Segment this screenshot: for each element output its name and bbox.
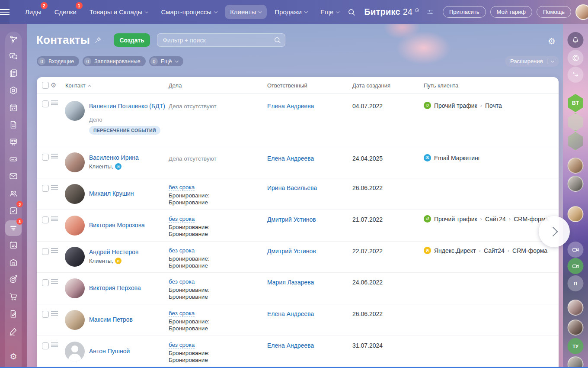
sidebar-item-documents[interactable] bbox=[5, 117, 22, 132]
chat-avatar[interactable] bbox=[568, 158, 584, 174]
counter-more[interactable]: 0Ещё bbox=[149, 56, 184, 66]
chat-avatar[interactable] bbox=[568, 206, 584, 222]
row-checkbox[interactable] bbox=[42, 248, 49, 255]
row-checkbox[interactable] bbox=[42, 342, 49, 349]
help-button[interactable]: Помощь bbox=[537, 6, 571, 18]
drag-handle-icon[interactable] bbox=[51, 100, 58, 105]
row-checkbox[interactable] bbox=[42, 279, 49, 286]
sidebar-item-warehouse[interactable] bbox=[5, 255, 22, 270]
extensions-button[interactable]: Расширения bbox=[505, 56, 559, 67]
nav-item-smart-processes[interactable]: Смарт-процессы bbox=[156, 5, 222, 19]
contact-name-link[interactable]: Виктория Перхова bbox=[89, 284, 141, 291]
main-menu-button[interactable] bbox=[0, 0, 10, 24]
video-call-button[interactable] bbox=[568, 242, 584, 258]
sidebar-item-tasks[interactable]: 3 bbox=[5, 203, 22, 219]
sidebar-item-crm[interactable]: 3 bbox=[5, 220, 22, 236]
contact-avatar[interactable] bbox=[65, 278, 85, 298]
nav-item-sales[interactable]: Продажи bbox=[269, 5, 313, 19]
counter-incoming[interactable]: 0Входящие bbox=[37, 56, 79, 66]
row-checkbox[interactable] bbox=[42, 185, 49, 192]
create-button[interactable]: Создать bbox=[114, 33, 150, 47]
sidebar-item-planner[interactable] bbox=[5, 237, 22, 253]
sidebar-item-calendar[interactable] bbox=[5, 100, 22, 116]
drag-handle-icon[interactable] bbox=[51, 342, 58, 347]
chat-avatar[interactable] bbox=[568, 176, 584, 192]
sidebar-item-boards[interactable] bbox=[5, 134, 22, 150]
sidebar-item-employees[interactable] bbox=[5, 186, 22, 201]
drag-handle-icon[interactable] bbox=[51, 216, 58, 221]
global-search-button[interactable] bbox=[344, 8, 359, 16]
bitrix24-logo[interactable]: Битрикс24 bbox=[364, 7, 419, 17]
chat-avatar[interactable] bbox=[568, 300, 584, 316]
deal-deadline-link[interactable]: без срока bbox=[169, 216, 195, 223]
sliders-icon[interactable] bbox=[426, 8, 434, 16]
drag-handle-icon[interactable] bbox=[51, 154, 58, 158]
sidebar-item-settings[interactable]: ⚙ bbox=[5, 349, 22, 364]
copilot-button[interactable] bbox=[568, 50, 584, 66]
select-all-checkbox[interactable] bbox=[42, 82, 49, 89]
sidebar-item-drive[interactable] bbox=[5, 152, 22, 167]
contact-name-link[interactable]: Антон Пушной bbox=[89, 348, 130, 355]
responsible-link[interactable]: Мария Лазарева bbox=[267, 279, 314, 286]
responsible-link[interactable]: Елена Андреева bbox=[267, 103, 314, 110]
deal-deadline-link[interactable]: без срока bbox=[169, 342, 195, 349]
sidebar-item-news[interactable] bbox=[5, 65, 22, 81]
sidebar-item-feed[interactable] bbox=[5, 31, 22, 47]
column-header-responsible[interactable]: Ответственный bbox=[267, 82, 307, 89]
sidebar-item-esignature[interactable] bbox=[5, 323, 22, 339]
contact-name-link[interactable]: Виктория Морозова bbox=[89, 222, 145, 229]
notifications-button[interactable] bbox=[568, 32, 584, 48]
contact-name-link[interactable]: Валентин Потапенко (БДТ) bbox=[89, 103, 165, 110]
drag-handle-icon[interactable] bbox=[51, 311, 58, 316]
chat-initial-p[interactable]: П bbox=[568, 275, 584, 291]
activity-badge[interactable]: ПЕРЕСЕЧЕНИЕ СОБЫТИЙ bbox=[89, 126, 160, 135]
chat-hexagon[interactable] bbox=[567, 132, 584, 150]
pin-icon[interactable] bbox=[94, 36, 102, 44]
column-settings-gear-icon[interactable]: ⚙ bbox=[51, 81, 56, 89]
table-scroll-right-button[interactable] bbox=[539, 216, 570, 247]
row-checkbox[interactable] bbox=[42, 154, 49, 161]
row-checkbox[interactable] bbox=[42, 100, 49, 107]
contact-avatar[interactable] bbox=[65, 310, 85, 330]
sidebar-item-sign[interactable] bbox=[5, 306, 22, 322]
responsible-link[interactable]: Елена Андреева bbox=[267, 310, 314, 317]
user-avatar[interactable] bbox=[575, 4, 588, 20]
contact-avatar[interactable] bbox=[65, 247, 85, 267]
open-lines-button[interactable] bbox=[568, 67, 584, 83]
chat-hexagon-bt[interactable]: BT bbox=[567, 94, 584, 112]
contact-name-link[interactable]: Андрей Нестеров bbox=[89, 249, 138, 255]
search-icon[interactable] bbox=[273, 36, 281, 44]
responsible-link[interactable]: Елена Андреева bbox=[267, 155, 314, 162]
deal-deadline-link[interactable]: без срока bbox=[169, 184, 195, 191]
chat-avatar[interactable] bbox=[568, 356, 584, 368]
contact-avatar[interactable] bbox=[65, 152, 85, 172]
chat-initial-tu[interactable]: ТУ bbox=[568, 338, 584, 354]
contact-avatar[interactable] bbox=[65, 101, 85, 121]
column-header-created[interactable]: Дата создания bbox=[352, 82, 390, 89]
contact-name-link[interactable]: Михаил Крушин bbox=[89, 190, 134, 197]
contact-name-link[interactable]: Василенко Ирина bbox=[89, 154, 139, 161]
counter-planned[interactable]: 0Запланированные bbox=[83, 56, 146, 66]
nav-item-deals[interactable]: Сделки1 bbox=[49, 5, 82, 19]
row-checkbox[interactable] bbox=[42, 311, 49, 318]
row-checkbox[interactable] bbox=[42, 216, 49, 223]
tariff-button[interactable]: Мой тариф bbox=[490, 6, 532, 18]
contact-avatar[interactable] bbox=[65, 216, 85, 236]
column-header-path[interactable]: Путь клиента bbox=[424, 82, 458, 89]
contact-avatar-placeholder[interactable] bbox=[65, 342, 85, 362]
responsible-link[interactable]: Дмитрий Устинов bbox=[267, 216, 316, 223]
filter-search-input[interactable] bbox=[157, 33, 285, 47]
sidebar-item-shop[interactable] bbox=[5, 289, 22, 304]
contact-avatar[interactable] bbox=[65, 184, 85, 204]
responsible-link[interactable]: Ирина Васильева bbox=[267, 184, 317, 191]
deal-deadline-link[interactable]: без срока bbox=[169, 310, 195, 317]
nav-item-clients[interactable]: Клиенты bbox=[225, 5, 267, 19]
video-call-button-active[interactable] bbox=[568, 258, 584, 274]
chat-hexagon[interactable] bbox=[567, 113, 584, 131]
view-settings-gear-icon[interactable]: ⚙ bbox=[548, 36, 556, 46]
responsible-link[interactable]: Дмитрий Устинов bbox=[267, 248, 316, 255]
deal-deadline-link[interactable]: без срока bbox=[169, 278, 195, 285]
sidebar-item-mail[interactable] bbox=[5, 168, 22, 184]
sidebar-item-marketing[interactable] bbox=[5, 271, 22, 287]
drag-handle-icon[interactable] bbox=[51, 248, 58, 253]
